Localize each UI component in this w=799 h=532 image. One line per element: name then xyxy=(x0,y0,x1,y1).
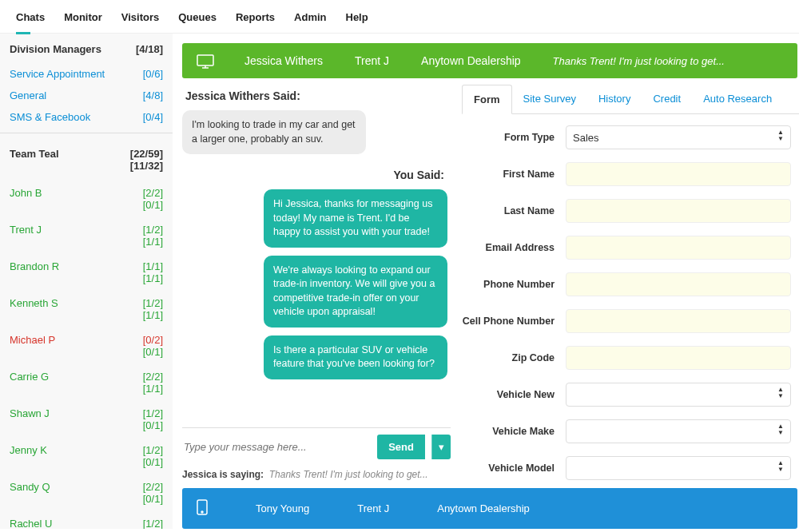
text-field[interactable] xyxy=(566,309,791,333)
tab-history[interactable]: History xyxy=(587,85,642,113)
chat-pane: Jessica Withers Said: I'm looking to tra… xyxy=(182,85,451,483)
form-label: Vehicle New xyxy=(462,389,566,400)
form-row: Last Name xyxy=(462,199,791,223)
form-row: Vehicle Make▲▼ xyxy=(462,419,791,443)
outgoing-message: Hi Jessica, thanks for messaging us toda… xyxy=(264,189,447,248)
outgoing-header: You Said: xyxy=(182,164,447,189)
form-row: Email Address xyxy=(462,236,791,260)
nav-admin[interactable]: Admin xyxy=(294,11,326,23)
form-label: Form Type xyxy=(462,132,566,143)
chevron-updown-icon: ▲▼ xyxy=(777,129,784,142)
compose-row: Send ▾ xyxy=(182,427,451,466)
nav-help[interactable]: Help xyxy=(346,11,368,23)
active-preview: Thanks Trent! I'm just looking to get... xyxy=(553,55,725,67)
mobile-icon xyxy=(197,499,208,518)
dropdown-field[interactable]: Sales▲▼ xyxy=(566,125,791,149)
form-row: Zip Code xyxy=(462,346,791,370)
dropdown-field[interactable]: ▲▼ xyxy=(566,419,791,443)
form-row: First Name xyxy=(462,162,791,186)
division-item[interactable]: General[4/8] xyxy=(0,85,173,106)
tab-site-survey[interactable]: Site Survey xyxy=(512,85,587,113)
incoming-header: Jessica Withers Said: xyxy=(182,85,447,110)
svg-point-4 xyxy=(201,511,203,513)
form-row: Cell Phone Number xyxy=(462,309,791,333)
team-member[interactable]: Jenny K[1/2][0/1] xyxy=(0,442,173,470)
nav-visitors[interactable]: Visitors xyxy=(121,11,159,23)
active-chat-bar[interactable]: Jessica Withers Trent J Anytown Dealersh… xyxy=(182,43,797,78)
team-member[interactable]: Shawn J[1/2][0/1] xyxy=(0,405,173,434)
nav-reports[interactable]: Reports xyxy=(236,11,275,23)
team-member[interactable]: Brandon R[1/1][1/1] xyxy=(0,258,173,287)
form-label: Cell Phone Number xyxy=(462,316,566,327)
form-row: Phone Number xyxy=(462,272,791,296)
tab-auto-research[interactable]: Auto Research xyxy=(692,85,783,113)
form-row: Form TypeSales▲▼ xyxy=(462,125,791,149)
send-dropdown[interactable]: ▾ xyxy=(431,435,451,459)
text-field[interactable] xyxy=(566,199,791,223)
divider xyxy=(0,133,173,133)
top-nav: ChatsMonitorVisitorsQueuesReportsAdminHe… xyxy=(0,0,799,34)
team-header: Team Teal [22/59] [11/32] xyxy=(0,138,173,180)
tab-form[interactable]: Form xyxy=(462,85,512,114)
incoming-message: I'm looking to trade in my car and get a… xyxy=(182,110,366,154)
form-body: Form TypeSales▲▼First NameLast NameEmail… xyxy=(462,114,799,483)
typing-indicator: Jessica is saying: Thanks Trent! I'm jus… xyxy=(182,466,451,483)
queued-dealership: Anytown Dealership xyxy=(437,502,530,514)
form-label: Phone Number xyxy=(462,279,566,290)
nav-monitor[interactable]: Monitor xyxy=(64,11,102,23)
active-dealership: Anytown Dealership xyxy=(421,54,521,67)
division-item[interactable]: SMS & Facebook[0/4] xyxy=(0,106,173,128)
send-button[interactable]: Send xyxy=(377,435,425,459)
chevron-updown-icon: ▲▼ xyxy=(777,460,784,473)
queued-agent: Trent J xyxy=(357,502,389,514)
tab-credit[interactable]: Credit xyxy=(642,85,692,113)
team-title: Team Teal xyxy=(10,148,59,172)
queued-customer: Tony Young xyxy=(256,502,309,514)
team-member[interactable]: Rachel U[1/2] xyxy=(0,515,173,529)
active-customer: Jessica Withers xyxy=(244,54,323,67)
form-tabs: FormSite SurveyHistoryCreditAuto Researc… xyxy=(462,85,799,114)
text-field[interactable] xyxy=(566,162,791,186)
queued-chat-bar[interactable]: Tony Young Trent J Anytown Dealership xyxy=(182,488,797,529)
form-label: Email Address xyxy=(462,242,566,253)
dropdown-field[interactable]: ▲▼ xyxy=(566,383,791,407)
nav-chats[interactable]: Chats xyxy=(16,11,45,23)
form-label: Zip Code xyxy=(462,352,566,363)
outgoing-message: Is there a particular SUV or vehicle fea… xyxy=(264,335,447,379)
text-field[interactable] xyxy=(566,272,791,296)
team-member[interactable]: Kenneth S[1/2][1/1] xyxy=(0,295,173,324)
team-member[interactable]: Michael P[0/2][0/1] xyxy=(0,332,173,360)
team-member[interactable]: Sandy Q[2/2][0/1] xyxy=(0,478,173,507)
form-label: Vehicle Model xyxy=(462,463,566,474)
form-label: First Name xyxy=(462,169,566,180)
outgoing-message: We're always looking to expand our trade… xyxy=(264,256,447,328)
svg-rect-0 xyxy=(197,55,213,66)
division-title: Division Managers xyxy=(10,43,101,55)
form-row: Vehicle Model▲▼ xyxy=(462,456,791,480)
division-header: Division Managers [4/18] xyxy=(0,34,173,63)
form-label: Last Name xyxy=(462,205,566,216)
text-field[interactable] xyxy=(566,236,791,260)
dropdown-field[interactable]: ▲▼ xyxy=(566,456,791,480)
team-counts: [22/59] [11/32] xyxy=(130,148,163,172)
nav-queues[interactable]: Queues xyxy=(178,11,217,23)
form-pane: FormSite SurveyHistoryCreditAuto Researc… xyxy=(451,85,799,483)
text-field[interactable] xyxy=(566,346,791,370)
team-member[interactable]: Trent J[1/2][1/1] xyxy=(0,221,173,250)
team-member[interactable]: John B[2/2][0/1] xyxy=(0,185,173,213)
form-row: Vehicle New▲▼ xyxy=(462,383,791,407)
message-input[interactable] xyxy=(182,436,371,458)
team-member[interactable]: Carrie G[2/2][1/1] xyxy=(0,368,173,397)
active-agent: Trent J xyxy=(355,54,389,67)
division-item[interactable]: Service Appointment[0/6] xyxy=(0,63,173,85)
chevron-updown-icon: ▲▼ xyxy=(777,387,784,399)
chevron-updown-icon: ▲▼ xyxy=(777,423,784,436)
desktop-icon xyxy=(197,54,213,67)
division-count: [4/18] xyxy=(136,43,163,55)
sidebar: Division Managers [4/18] Service Appoint… xyxy=(0,34,173,529)
form-label: Vehicle Make xyxy=(462,426,566,437)
